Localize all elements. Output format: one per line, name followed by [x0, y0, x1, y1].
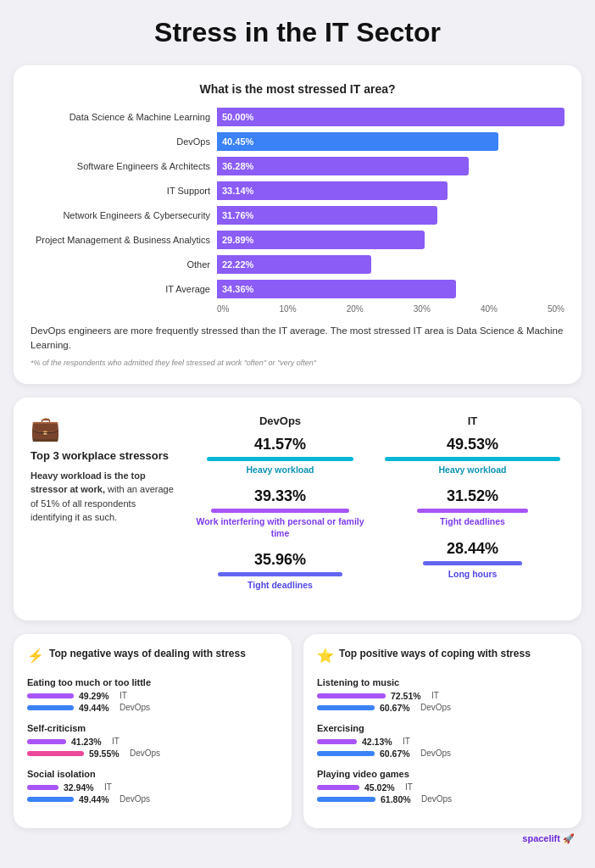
bar-fill: 22.22% — [217, 255, 371, 274]
page-title: Stress in the IT Sector — [154, 17, 441, 48]
bar-label: Network Engineers & Cybersecurity — [31, 210, 217, 220]
bar-fill: 36.28% — [217, 157, 469, 175]
stressor-label: Heavy workload — [188, 465, 372, 476]
stress-pct: 49.29% — [79, 691, 114, 701]
stressor-mini-bar — [417, 509, 527, 513]
bar-track: 36.28% — [217, 157, 564, 175]
stress-pct: 41.23% — [71, 737, 107, 747]
bar-label: IT Average — [31, 284, 217, 294]
x-axis-label: 10% — [280, 304, 297, 314]
stress-type: IT — [104, 782, 112, 792]
stress-pct: 45.02% — [364, 782, 400, 793]
stress-item: Listening to music72.51%IT60.67%DevOps — [317, 677, 568, 713]
stressors-left: 💼 Top 3 workplace stressors Heavy worklo… — [31, 415, 175, 604]
footer: spacelift 🚀 — [14, 833, 581, 844]
stress-item-label: Exercising — [317, 723, 568, 733]
stress-row: 60.67%DevOps — [317, 703, 568, 713]
stress-type: IT — [112, 737, 120, 746]
stress-mini-bar — [317, 797, 375, 802]
chart-footnote: *% of the respondents who admitted they … — [31, 359, 564, 367]
negative-title: ⚡ Top negative ways of dealing with stre… — [27, 648, 278, 665]
stressor-item: 49.53%Heavy workload — [381, 436, 564, 476]
bar-row: Other22.22% — [31, 255, 564, 274]
bar-value: 50.00% — [222, 112, 253, 122]
stress-item: Playing video games45.02%IT61.80%DevOps — [317, 769, 568, 804]
stress-pct: 32.94% — [64, 782, 99, 793]
bar-label: Other — [31, 259, 217, 270]
stress-item: Exercising42.13%IT60.67%DevOps — [317, 723, 568, 759]
x-axis-label: 20% — [347, 304, 364, 314]
stress-pct: 49.44% — [79, 703, 114, 713]
stress-item: Social isolation32.94%IT49.44%DevOps — [27, 769, 278, 804]
stress-row: 60.67%DevOps — [317, 748, 568, 759]
x-axis-label: 30% — [414, 304, 431, 314]
stressor-label: Work interfering with personal or family… — [188, 516, 372, 539]
stress-item-label: Social isolation — [27, 769, 278, 779]
bar-label: Software Engineers & Architects — [31, 161, 217, 171]
bar-track: 50.00% — [217, 108, 564, 126]
x-axis-label: 50% — [548, 304, 564, 314]
bar-row: IT Support33.14% — [31, 181, 564, 200]
x-axis-label: 0% — [217, 304, 229, 314]
stress-row: 41.23%IT — [27, 737, 278, 747]
stress-pct: 59.55% — [89, 748, 125, 759]
bar-value: 40.45% — [222, 136, 253, 147]
stress-row: 45.02%IT — [317, 782, 568, 793]
stress-type: DevOps — [421, 794, 452, 804]
negative-title-text: Top negative ways of dealing with stress — [49, 648, 246, 661]
stress-type: DevOps — [120, 794, 150, 804]
stressor-mini-bar — [423, 561, 522, 565]
bar-label: IT Support — [31, 186, 217, 196]
bar-fill: 29.89% — [217, 231, 425, 249]
stress-pct: 61.80% — [381, 794, 416, 804]
stress-type: DevOps — [130, 748, 160, 758]
positive-title: ⭐ Top positive ways of coping with stres… — [317, 648, 568, 665]
negative-items: Eating too much or too little49.29%IT49.… — [27, 677, 278, 804]
stressor-item: 35.96%Tight deadlines — [188, 551, 372, 592]
stress-pct: 72.51% — [391, 691, 426, 701]
bar-fill: 40.45% — [217, 132, 498, 151]
stressor-item: 28.44%Long hours — [381, 540, 564, 581]
bar-row: IT Average34.36% — [31, 280, 564, 298]
stress-row: 42.13%IT — [317, 737, 568, 747]
stressor-label: Tight deadlines — [381, 516, 564, 528]
stressor-item: 41.57%Heavy workload — [188, 436, 372, 476]
stress-mini-bar — [27, 705, 74, 710]
stressor-label: Heavy workload — [381, 465, 564, 476]
bar-row: Software Engineers & Architects36.28% — [31, 157, 564, 175]
stress-row: 49.44%DevOps — [27, 703, 278, 713]
positive-items: Listening to music72.51%IT60.67%DevOpsEx… — [317, 677, 568, 804]
stress-pct: 60.67% — [380, 703, 415, 713]
bar-row: Project Management & Business Analytics2… — [31, 231, 564, 249]
stress-mini-bar — [27, 785, 58, 790]
bar-row: DevOps40.45% — [31, 132, 564, 151]
stress-pct: 60.67% — [380, 748, 415, 759]
stressors-description: Heavy workload is the top stressor at wo… — [31, 469, 175, 525]
stress-type: IT — [431, 691, 439, 700]
brand-name: spacelift — [522, 833, 560, 843]
star-icon: ⭐ — [317, 648, 334, 665]
stress-row: 61.80%DevOps — [317, 794, 568, 804]
bar-track: 40.45% — [217, 132, 564, 151]
stress-item: Eating too much or too little49.29%IT49.… — [27, 677, 278, 713]
stressor-pct: 28.44% — [381, 540, 564, 558]
bar-track: 31.76% — [217, 206, 564, 225]
stress-row: 59.55%DevOps — [27, 748, 278, 759]
bar-chart: Data Science & Machine Learning50.00%Dev… — [31, 108, 564, 298]
stress-mini-bar — [27, 739, 66, 744]
chart1-card: What is the most stressed IT area? Data … — [14, 65, 581, 384]
stressors-heading: Top 3 workplace stressors — [31, 449, 175, 462]
stress-mini-bar — [317, 705, 375, 710]
stress-mini-bar — [317, 739, 357, 744]
stress-item-label: Playing video games — [317, 769, 568, 779]
chart1-title: What is the most stressed IT area? — [31, 82, 564, 96]
bar-value: 36.28% — [222, 161, 253, 171]
stress-mini-bar — [27, 751, 84, 756]
stress-type: IT — [405, 782, 413, 792]
bar-label: Project Management & Business Analytics — [31, 235, 217, 245]
bar-track: 29.89% — [217, 231, 564, 249]
stress-type: DevOps — [420, 748, 451, 758]
bar-label: DevOps — [31, 136, 217, 147]
x-axis: 0%10%20%30%40%50% — [217, 304, 564, 314]
stressors-card: 💼 Top 3 workplace stressors Heavy worklo… — [14, 398, 581, 621]
